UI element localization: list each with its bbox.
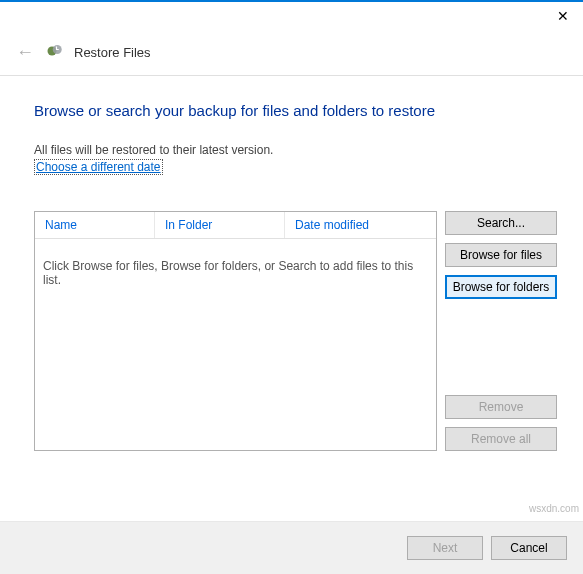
spacer bbox=[445, 307, 557, 387]
restore-icon bbox=[46, 42, 64, 63]
window-title: Restore Files bbox=[74, 45, 151, 60]
choose-date-link[interactable]: Choose a different date bbox=[34, 159, 163, 175]
titlebar: ✕ bbox=[0, 2, 583, 40]
list-empty-text: Click Browse for files, Browse for folde… bbox=[35, 239, 436, 450]
search-button[interactable]: Search... bbox=[445, 211, 557, 235]
close-icon[interactable]: ✕ bbox=[551, 6, 575, 26]
browse-files-button[interactable]: Browse for files bbox=[445, 243, 557, 267]
footer-buttons: Next Cancel bbox=[0, 521, 583, 574]
restore-files-window: ✕ ← Restore Files Browse or search your … bbox=[0, 0, 583, 574]
browse-folders-button[interactable]: Browse for folders bbox=[445, 275, 557, 299]
column-date[interactable]: Date modified bbox=[285, 212, 436, 238]
remove-all-button: Remove all bbox=[445, 427, 557, 451]
page-heading: Browse or search your backup for files a… bbox=[34, 102, 557, 119]
next-button: Next bbox=[407, 536, 483, 560]
header-row: ← Restore Files bbox=[0, 40, 583, 76]
column-name[interactable]: Name bbox=[35, 212, 155, 238]
list-header: Name In Folder Date modified bbox=[35, 212, 436, 239]
cancel-button[interactable]: Cancel bbox=[491, 536, 567, 560]
watermark: wsxdn.com bbox=[529, 503, 579, 514]
content-area: Browse or search your backup for files a… bbox=[0, 82, 583, 481]
file-list[interactable]: Name In Folder Date modified Click Brows… bbox=[34, 211, 437, 451]
info-text: All files will be restored to their late… bbox=[34, 143, 557, 157]
column-folder[interactable]: In Folder bbox=[155, 212, 285, 238]
side-buttons: Search... Browse for files Browse for fo… bbox=[445, 211, 557, 451]
main-area: Name In Folder Date modified Click Brows… bbox=[34, 211, 557, 451]
remove-button: Remove bbox=[445, 395, 557, 419]
back-arrow-icon[interactable]: ← bbox=[14, 40, 36, 65]
